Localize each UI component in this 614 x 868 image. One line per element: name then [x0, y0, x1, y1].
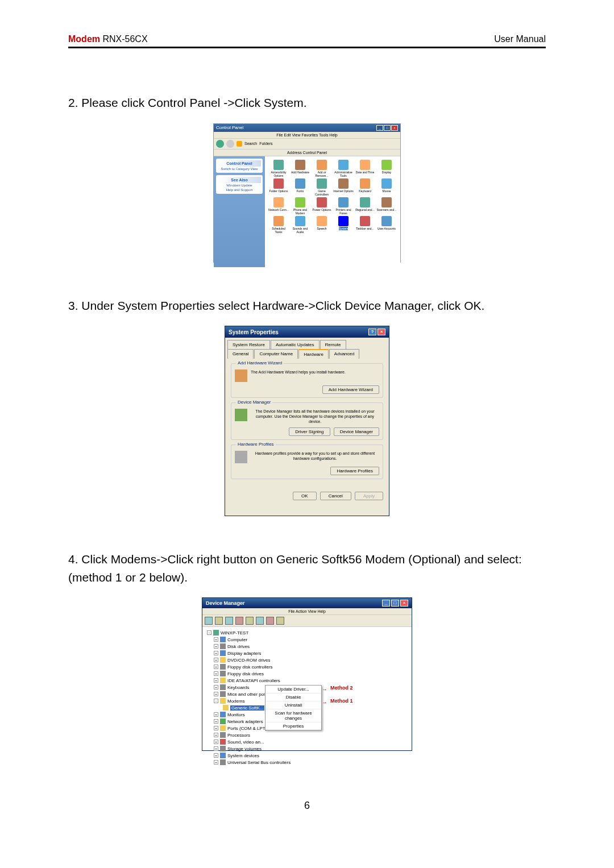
cp-icon-item[interactable]: Game Controllers	[312, 178, 332, 196]
cp-icon-item[interactable]: Mouse	[376, 178, 397, 196]
expand-icon[interactable]: +	[214, 678, 218, 683]
maximize-button[interactable]: □	[384, 125, 391, 131]
cp-icon-item[interactable]: Internet Options	[333, 178, 354, 196]
close-button[interactable]: ×	[400, 600, 408, 607]
tab-remote[interactable]: Remote	[320, 340, 346, 349]
back-icon[interactable]	[216, 140, 224, 148]
tool-icon[interactable]	[215, 617, 223, 625]
tree-item[interactable]: +System devices	[207, 752, 407, 759]
expand-icon[interactable]: +	[214, 733, 218, 737]
tree-item[interactable]: +Display adapters	[207, 650, 407, 657]
dm-menubar[interactable]: File Action View Help	[202, 608, 412, 615]
hardware-profiles-button[interactable]: Hardware Profiles	[330, 467, 379, 475]
tool-icon[interactable]	[266, 617, 274, 625]
cp-icon-item[interactable]: Fonts	[290, 178, 310, 196]
tab-system-restore[interactable]: System Restore	[227, 340, 270, 349]
tree-item[interactable]: +Computer	[207, 636, 407, 643]
cp-icon-item[interactable]: Administrative Tools	[333, 160, 354, 177]
expand-icon[interactable]: +	[214, 740, 218, 744]
tool-icon[interactable]	[246, 617, 254, 625]
cp-icon-item[interactable]: Taskbar and...	[355, 216, 375, 234]
add-hardware-wizard-button[interactable]: Add Hardware Wizard	[322, 385, 379, 394]
tree-item[interactable]: +Sound, video an...	[207, 738, 407, 745]
cp-sidebar-help[interactable]: Help and Support	[218, 188, 261, 192]
address-value[interactable]: Control Panel	[303, 151, 327, 155]
tree-item[interactable]: +Floppy disk controllers	[207, 663, 407, 670]
cp-sidebar-switch[interactable]: Switch to Category View	[218, 167, 261, 171]
cp-icon-item[interactable]: Power Options	[312, 197, 332, 215]
cp-icon-item[interactable]: User Accounts	[376, 216, 397, 234]
maximize-button[interactable]: □	[391, 600, 399, 607]
tool-icon[interactable]	[205, 617, 213, 625]
expand-icon[interactable]: +	[214, 651, 218, 655]
device-manager-button[interactable]: Device Manager	[334, 427, 379, 436]
expand-icon[interactable]: +	[214, 692, 218, 696]
minimize-button[interactable]: _	[382, 600, 390, 607]
tree-item[interactable]: +DVD/CD-ROM drives	[207, 657, 407, 663]
cp-icon-item[interactable]: System	[333, 216, 354, 234]
tab-advanced[interactable]: Advanced	[329, 349, 360, 359]
context-disable[interactable]: Disable	[265, 693, 321, 701]
tab-hardware[interactable]: Hardware	[298, 349, 329, 359]
expand-icon[interactable]: -	[214, 699, 218, 703]
up-icon[interactable]	[237, 141, 242, 147]
search-label[interactable]: Search	[244, 142, 257, 146]
context-properties[interactable]: Properties	[265, 722, 321, 730]
cp-icon-item[interactable]: Phone and Modem	[290, 197, 310, 215]
cp-icon-item[interactable]: Add Hardware	[290, 160, 310, 177]
ok-button[interactable]: OK	[293, 492, 317, 500]
tool-icon[interactable]	[276, 617, 284, 625]
expand-icon[interactable]: +	[214, 726, 218, 730]
tree-item[interactable]: +IDE ATA/ATAPI controllers	[207, 677, 407, 684]
cp-sidebar-update[interactable]: Windows Update	[218, 183, 261, 188]
context-uninstall[interactable]: Uninstall	[265, 701, 321, 709]
cp-icon-item[interactable]: Network Conn...	[268, 197, 289, 215]
tab-computer-name[interactable]: Computer Name	[254, 349, 298, 359]
cp-icon-item[interactable]: Scanners and...	[376, 197, 397, 215]
cp-icon-item[interactable]: Folder Options	[268, 178, 289, 196]
minimize-button[interactable]: _	[376, 125, 383, 131]
help-button[interactable]: ?	[368, 329, 376, 335]
tree-item[interactable]: +Universal Serial Bus controllers	[207, 759, 407, 766]
cp-icon-item[interactable]: Add or Remove...	[312, 160, 332, 177]
cp-icon-item[interactable]: Printers and Faxes	[333, 197, 354, 215]
cp-icon-item[interactable]: Regional and...	[355, 197, 375, 215]
tool-icon[interactable]	[235, 617, 243, 625]
cp-icon-item[interactable]: Date and Time	[355, 160, 375, 177]
expand-icon[interactable]: +	[214, 760, 218, 765]
tool-icon[interactable]	[225, 617, 233, 625]
context-scan[interactable]: Scan for hardware changes	[265, 709, 321, 722]
expand-icon[interactable]: +	[214, 658, 218, 662]
expand-icon[interactable]: -	[207, 630, 211, 635]
tree-item[interactable]: +Floppy disk drives	[207, 670, 407, 677]
cp-icon-item[interactable]: Accessibility Options	[268, 160, 289, 177]
driver-signing-button[interactable]: Driver Signing	[289, 427, 330, 436]
close-button[interactable]: ×	[377, 329, 385, 335]
tree-item[interactable]: +Disk drives	[207, 643, 407, 650]
forward-icon[interactable]	[226, 140, 234, 148]
tab-auto-updates[interactable]: Automatic Updates	[271, 340, 320, 349]
cp-icon-item[interactable]: Display	[376, 160, 397, 177]
expand-icon[interactable]: +	[214, 719, 218, 724]
expand-icon[interactable]: +	[214, 644, 218, 649]
cp-icon-item[interactable]: Sounds and Audio	[290, 216, 310, 234]
folders-label[interactable]: Folders	[259, 142, 272, 146]
expand-icon[interactable]: +	[214, 753, 218, 758]
tool-icon[interactable]	[256, 617, 264, 625]
expand-icon[interactable]: +	[214, 685, 218, 690]
expand-icon[interactable]: +	[214, 637, 218, 642]
expand-icon[interactable]: +	[214, 665, 218, 669]
cancel-button[interactable]: Cancel	[320, 492, 351, 500]
close-button[interactable]: ×	[391, 125, 398, 131]
cp-icon-item[interactable]: Keyboard	[355, 178, 375, 196]
cp-icon-item[interactable]: Speech	[312, 216, 332, 234]
tab-general[interactable]: General	[227, 349, 254, 359]
cp-icon-item[interactable]: Scheduled Tasks	[268, 216, 289, 234]
context-update-driver[interactable]: Update Driver...	[265, 686, 321, 693]
tree-item[interactable]: +Processors	[207, 732, 407, 738]
tree-item[interactable]: +Storage volumes	[207, 745, 407, 752]
cp-menubar[interactable]: File Edit View Favorites Tools Help	[214, 132, 400, 139]
expand-icon[interactable]: +	[214, 671, 218, 676]
expand-icon[interactable]: +	[214, 746, 218, 751]
tree-root[interactable]: -WINXP-TEST	[207, 629, 407, 636]
